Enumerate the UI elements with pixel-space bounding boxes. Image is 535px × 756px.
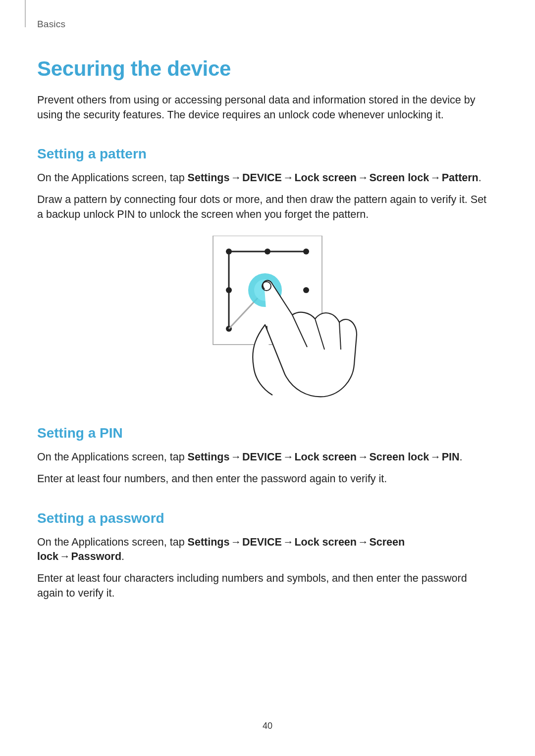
- bold-settings: Settings: [188, 451, 230, 463]
- section-heading-pin: Setting a PIN: [37, 425, 490, 441]
- pattern-drawing-icon: [208, 236, 362, 399]
- arrow-icon: →: [429, 172, 442, 184]
- arrow-icon: →: [282, 451, 295, 463]
- arrow-icon: →: [282, 172, 295, 184]
- page-number: 40: [0, 721, 535, 731]
- period: .: [479, 172, 482, 184]
- text-fragment: On the Applications screen, tap: [37, 451, 188, 463]
- bold-lockscreen: Lock screen: [294, 536, 356, 548]
- pin-path-text: On the Applications screen, tap Settings…: [37, 450, 490, 465]
- pin-body-text: Enter at least four numbers, and then en…: [37, 472, 490, 487]
- section-heading-pattern: Setting a pattern: [37, 146, 490, 162]
- text-fragment: On the Applications screen, tap: [37, 172, 188, 184]
- arrow-icon: →: [429, 451, 442, 463]
- pattern-path-text: On the Applications screen, tap Settings…: [37, 171, 490, 186]
- arrow-icon: →: [58, 551, 71, 562]
- pattern-illustration: [208, 236, 320, 392]
- pattern-illustration-container: [37, 236, 490, 392]
- arrow-icon: →: [357, 536, 370, 548]
- bold-lockscreen: Lock screen: [294, 451, 356, 463]
- arrow-icon: →: [357, 451, 370, 463]
- period: .: [460, 451, 463, 463]
- svg-point-5: [303, 287, 309, 293]
- bold-lockscreen: Lock screen: [294, 172, 356, 184]
- bold-device: DEVICE: [242, 172, 282, 184]
- arrow-icon: →: [229, 172, 242, 184]
- page-content: Basics Securing the device Prevent other…: [0, 0, 535, 601]
- bold-device: DEVICE: [242, 451, 282, 463]
- bold-settings: Settings: [188, 172, 230, 184]
- breadcrumb: Basics: [37, 19, 490, 30]
- section-heading-password: Setting a password: [37, 510, 490, 526]
- password-body-text: Enter at least four characters including…: [37, 571, 490, 601]
- page-title: Securing the device: [37, 57, 490, 81]
- bold-pin: PIN: [442, 451, 460, 463]
- bold-password: Password: [71, 551, 122, 562]
- page-left-border: [25, 0, 26, 27]
- bold-pattern: Pattern: [442, 172, 479, 184]
- password-path-text: On the Applications screen, tap Settings…: [37, 535, 490, 564]
- bold-screenlock: Screen lock: [369, 172, 429, 184]
- pattern-body-text: Draw a pattern by connecting four dots o…: [37, 193, 490, 222]
- arrow-icon: →: [229, 451, 242, 463]
- bold-device: DEVICE: [242, 536, 282, 548]
- text-fragment: On the Applications screen, tap: [37, 536, 188, 548]
- bold-screenlock: Screen lock: [369, 451, 429, 463]
- arrow-icon: →: [229, 536, 242, 548]
- bold-settings: Settings: [188, 536, 230, 548]
- period: .: [121, 551, 124, 562]
- intro-text: Prevent others from using or accessing p…: [37, 93, 490, 122]
- arrow-icon: →: [357, 172, 370, 184]
- arrow-icon: →: [282, 536, 295, 548]
